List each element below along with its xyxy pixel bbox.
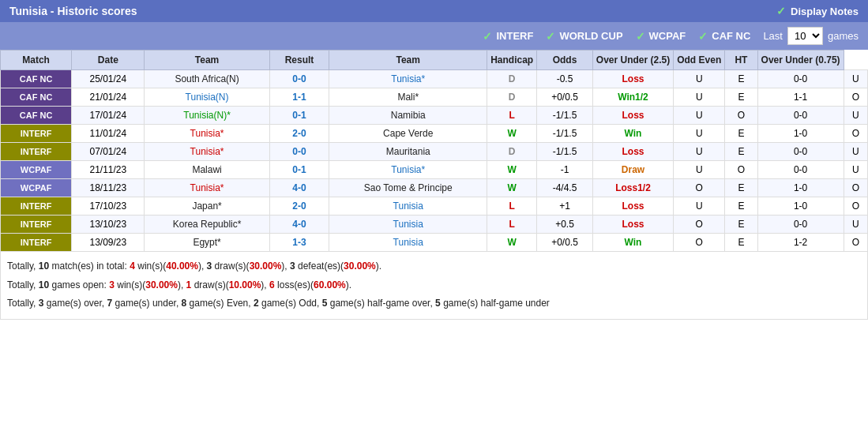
table-row: CAF NC 25/01/24 South Africa(N) 0-0 Tuni…: [1, 70, 868, 88]
match-result: 4-0: [269, 216, 329, 234]
result-letter: D: [487, 70, 537, 88]
handicap-value: -1: [537, 161, 593, 179]
th-handicap: Handicap: [487, 51, 537, 70]
over-under-small-value: U: [844, 216, 867, 234]
table-row: INTERF 17/10/23 Japan* 2-0 Tunisia L +1 …: [1, 197, 868, 216]
odd-even-value: E: [725, 70, 757, 88]
odds-value: Loss: [592, 70, 673, 88]
filter-interf[interactable]: ✓ INTERF: [483, 30, 533, 43]
interf-check-icon: ✓: [483, 30, 492, 43]
over-under-value: U: [674, 125, 725, 143]
over-under-small-value: O: [844, 88, 867, 107]
handicap-value: +0.5: [537, 216, 593, 234]
odds-value: Win1/2: [592, 88, 673, 107]
th-ou075: Over Under (0.75): [757, 51, 844, 70]
odd-even-value: O: [725, 107, 757, 125]
result-letter: W: [487, 234, 537, 252]
team2-name: Tunisia: [329, 234, 487, 252]
odds-value: Loss1/2: [592, 179, 673, 197]
odd-even-value: E: [725, 197, 757, 216]
over-under-small-value: O: [844, 197, 867, 216]
team1-name: South Africa(N): [145, 70, 269, 88]
team2-name: Cape Verde: [329, 125, 487, 143]
wcpaf-label: WCPAF: [649, 30, 686, 42]
handicap-value: -1/1.5: [537, 125, 593, 143]
summary-section: Totally, 10 match(es) in total: 4 win(s)…: [0, 252, 868, 320]
team1-name: Tunisia(N)*: [145, 107, 269, 125]
team2-name: Tunisia*: [329, 70, 487, 88]
page-title: Tunisia - Historic scores: [9, 5, 137, 17]
over-under-value: O: [674, 234, 725, 252]
team2-name: Namibia: [329, 107, 487, 125]
team2-name: Mali*: [329, 88, 487, 107]
summary-line-3: Totally, 3 game(s) over, 7 game(s) under…: [7, 295, 861, 313]
th-ht: HT: [725, 51, 757, 70]
odds-value: Draw: [592, 161, 673, 179]
filter-worldcup[interactable]: ✓ WORLD CUP: [546, 30, 622, 43]
result-letter: L: [487, 197, 537, 216]
filter-bar: ✓ INTERF ✓ WORLD CUP ✓ WCPAF ✓ CAF NC La…: [0, 22, 868, 50]
worldcup-label: WORLD CUP: [559, 30, 622, 42]
result-letter: W: [487, 179, 537, 197]
ht-score: 1-2: [757, 234, 844, 252]
th-ou25: Over Under (2.5): [592, 51, 673, 70]
match-result: 0-1: [269, 161, 329, 179]
odds-value: Loss: [592, 216, 673, 234]
games-select[interactable]: 10 20 30: [787, 27, 823, 45]
odd-even-value: E: [725, 216, 757, 234]
handicap-value: +1: [537, 197, 593, 216]
table-row: INTERF 13/10/23 Korea Republic* 4-0 Tuni…: [1, 216, 868, 234]
match-result: 1-3: [269, 234, 329, 252]
summary-line-1: Totally, 10 match(es) in total: 4 win(s)…: [7, 258, 861, 275]
over-under-value: U: [674, 70, 725, 88]
worldcup-check-icon: ✓: [546, 30, 555, 43]
match-date: 13/09/23: [72, 234, 145, 252]
table-row: INTERF 11/01/24 Tunisia* 2-0 Cape Verde …: [1, 125, 868, 143]
th-date: Date: [72, 51, 145, 70]
ht-score: 1-1: [757, 88, 844, 107]
table-row: INTERF 07/01/24 Tunisia* 0-0 Mauritania …: [1, 143, 868, 161]
over-under-small-value: O: [844, 234, 867, 252]
odd-even-value: E: [725, 179, 757, 197]
team2-name: Sao Tome & Principe: [329, 179, 487, 197]
over-under-value: O: [674, 179, 725, 197]
competition-badge: INTERF: [1, 125, 72, 143]
ht-score: 0-0: [757, 107, 844, 125]
filter-cafnc[interactable]: ✓ CAF NC: [698, 30, 750, 43]
match-date: 18/11/23: [72, 179, 145, 197]
ht-score: 0-0: [757, 161, 844, 179]
over-under-value: O: [674, 216, 725, 234]
match-result: 0-1: [269, 107, 329, 125]
th-match: Match: [1, 51, 72, 70]
over-under-value: U: [674, 161, 725, 179]
scores-table: Match Date Team Result Team Handicap Odd…: [0, 50, 868, 252]
team1-name: Tunisia*: [145, 143, 269, 161]
match-date: 21/11/23: [72, 161, 145, 179]
competition-badge: CAF NC: [1, 88, 72, 107]
interf-label: INTERF: [496, 30, 533, 42]
ht-score: 0-0: [757, 143, 844, 161]
ht-score: 1-0: [757, 197, 844, 216]
result-letter: L: [487, 107, 537, 125]
match-result: 1-1: [269, 88, 329, 107]
competition-badge: INTERF: [1, 234, 72, 252]
handicap-value: -1/1.5: [537, 107, 593, 125]
odds-value: Loss: [592, 107, 673, 125]
competition-badge: INTERF: [1, 143, 72, 161]
summary-line-2: Totally, 10 games open: 3 win(s)(30.00%)…: [7, 277, 861, 294]
team2-name: Tunisia: [329, 197, 487, 216]
odds-value: Loss: [592, 143, 673, 161]
team1-name: Egypt*: [145, 234, 269, 252]
odd-even-value: O: [725, 161, 757, 179]
result-letter: L: [487, 216, 537, 234]
odds-value: Loss: [592, 197, 673, 216]
ht-score: 0-0: [757, 70, 844, 88]
table-row: CAF NC 21/01/24 Tunisia(N) 1-1 Mali* D +…: [1, 88, 868, 107]
handicap-value: -0.5: [537, 70, 593, 88]
result-letter: D: [487, 88, 537, 107]
ht-score: 1-0: [757, 125, 844, 143]
handicap-value: -1/1.5: [537, 143, 593, 161]
display-notes-container: ✓ Display Notes: [776, 5, 859, 17]
filter-wcpaf[interactable]: ✓ WCPAF: [636, 30, 686, 43]
cafnc-label: CAF NC: [712, 30, 750, 42]
